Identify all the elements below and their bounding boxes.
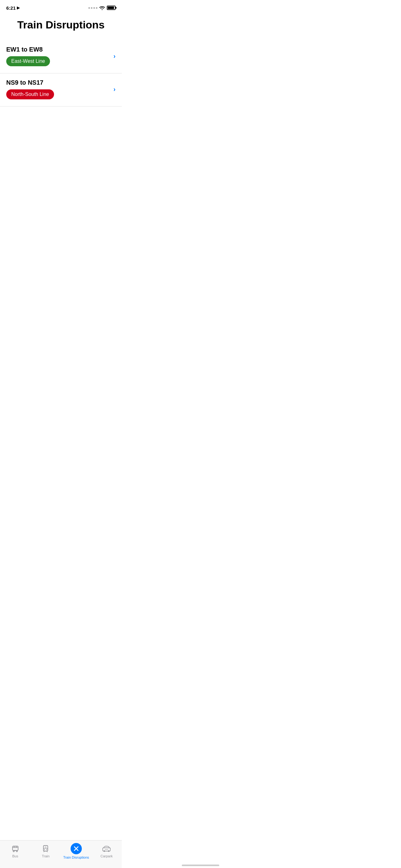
signal-icon [89,7,97,9]
chevron-right-icon: › [113,86,115,93]
status-time: 6:21 ▶ [6,5,20,11]
battery-icon [107,6,115,10]
page-title: Train Disruptions [0,14,122,40]
wifi-icon [99,6,105,10]
line-badge-north-south: North-South Line [6,89,54,99]
disruption-route: NS9 to NS17 [6,79,110,86]
line-badge-east-west: East-West Line [6,56,50,66]
disruption-item-ns9-ns17[interactable]: NS9 to NS17 North-South Line › [0,73,122,106]
disruption-route: EW1 to EW8 [6,46,110,53]
chevron-right-icon: › [113,53,115,60]
disruption-item-ew1-ew8[interactable]: EW1 to EW8 East-West Line › [0,40,122,73]
disruption-content: NS9 to NS17 North-South Line [6,79,110,99]
disruption-content: EW1 to EW8 East-West Line [6,46,110,66]
location-icon: ▶ [17,6,20,10]
disruption-list: EW1 to EW8 East-West Line › NS9 to NS17 … [0,40,122,106]
status-bar: 6:21 ▶ [0,0,122,14]
status-icons [89,6,115,10]
